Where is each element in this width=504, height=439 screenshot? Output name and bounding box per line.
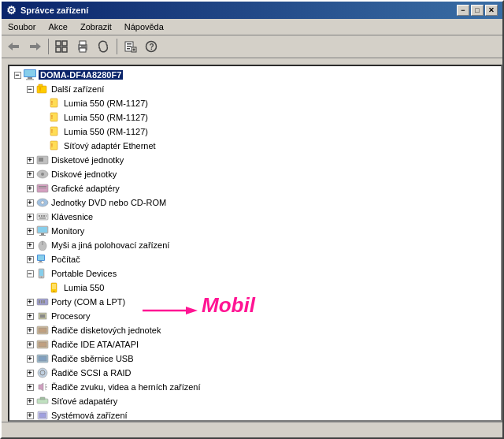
svg-rect-8 [80, 48, 86, 52]
refresh-button[interactable] [94, 38, 113, 55]
dalsi-expander[interactable]: − [24, 83, 36, 95]
diskove-jednotky-row[interactable]: + Diskové jednotky [24, 167, 499, 181]
dvd-icon [36, 196, 49, 209]
svg-rect-5 [62, 47, 67, 52]
svg-rect-62 [39, 270, 43, 276]
dalsi-zarizeni-row[interactable]: − ! Další zařízení [24, 82, 499, 96]
title-bar-left: ⚙ Správce zařízení [6, 4, 88, 17]
dalsi-icon: ! [36, 83, 49, 95]
radice-usb-row[interactable]: + Řadiče sběrnice USB [24, 352, 499, 366]
procesory-row[interactable]: + Procesory [24, 309, 499, 323]
minimize-button[interactable]: − [457, 5, 469, 16]
svg-rect-50 [39, 218, 46, 219]
pocitac-row[interactable]: + Počítač [24, 252, 499, 266]
further-devices-group: − ! Další zařízení [24, 82, 499, 153]
lumia3-row[interactable]: ! Lumia 550 (RM-1127) [36, 125, 499, 139]
svg-rect-46 [39, 215, 40, 217]
svg-rect-59 [39, 261, 42, 262]
menu-zobrazit[interactable]: Zobrazit [74, 20, 118, 33]
sitove-adaptery-label: Síťové adapatéry [51, 396, 117, 406]
diskove-jednotky-expander[interactable]: + [24, 168, 36, 180]
portable-devices-expander[interactable]: − [24, 267, 36, 280]
porty-row[interactable]: + Porty (COM a LPT) [24, 295, 499, 309]
dvd-expander[interactable]: + [24, 196, 36, 209]
lumia2-row[interactable]: ! Lumia 550 (RM-1127) [36, 110, 499, 125]
klavesnice-expander[interactable]: + [24, 210, 36, 223]
svg-rect-70 [43, 300, 45, 303]
klavesnice-row[interactable]: + Klávesnice [24, 210, 499, 224]
monitory-row[interactable]: + Monitory [24, 224, 499, 238]
pocitac-expander[interactable]: + [24, 253, 36, 266]
radice-scsi-row[interactable]: + Řadiče SCSI a RAID [24, 366, 499, 380]
mys-label: Myši a jiná polohovací zařízení [51, 240, 169, 250]
svg-rect-42 [39, 188, 46, 188]
menu-soubor[interactable]: Soubor [2, 20, 42, 33]
disketove-adaptory-row[interactable]: + Grafické adaptéry [24, 181, 499, 195]
mys-row[interactable]: + Myši a jiná polohovací zařízení [24, 238, 499, 252]
sitovy-row[interactable]: ! Síťový adaptér Ethernet [36, 139, 499, 153]
radice-disket-row[interactable]: + Řadiče disketových jednotek [24, 323, 499, 337]
radice-zvuk-row[interactable]: + Řadiče zvuku, videa a herních zařízení [24, 380, 499, 394]
porty-icon [36, 296, 49, 308]
monitory-expander[interactable]: + [24, 225, 36, 237]
systemova-expander[interactable]: + [24, 409, 36, 422]
procesory-expander[interactable]: + [24, 310, 36, 322]
svg-rect-7 [80, 41, 86, 45]
root-expander[interactable]: − [11, 69, 24, 81]
diskove-jednotky-icon [36, 168, 49, 180]
mys-expander[interactable]: + [24, 239, 36, 251]
menu-akce[interactable]: Akce [42, 20, 73, 33]
systemova-row[interactable]: + Systémová zařízení [24, 408, 499, 422]
root-row[interactable]: − DOMA-DF4A8280F7 [11, 68, 499, 82]
radice-zvuk-label: Řadiče zvuku, videa a herních zařízení [51, 382, 201, 392]
svg-rect-72 [40, 314, 45, 318]
print-button[interactable] [73, 38, 92, 55]
window-title: Správce zařízení [20, 6, 88, 15]
properties-button[interactable] [121, 38, 140, 55]
radice-usb-expander[interactable]: + [24, 352, 36, 365]
radice-zvuk-expander[interactable]: + [24, 381, 36, 393]
mys-icon [36, 239, 49, 251]
svg-marker-1 [30, 43, 41, 50]
radice-ide-expander[interactable]: + [24, 338, 36, 351]
toolbar: ? [2, 35, 502, 58]
tree-pane-wrapper: − DOMA-DF4A8280F7 [5, 61, 499, 419]
sitove-adaptery-row[interactable]: + Síťové adapatéry [24, 394, 499, 408]
device-tree[interactable]: − DOMA-DF4A8280F7 [8, 65, 502, 422]
radice-usb-label: Řadiče sběrnice USB [51, 354, 134, 363]
svg-rect-15 [127, 48, 130, 50]
klavesnice-icon [36, 210, 49, 223]
procesory-icon [36, 310, 49, 322]
svg-rect-23 [28, 77, 32, 79]
portable-devices-row[interactable]: − Portable Devices [24, 266, 499, 281]
monitory-label: Monitory [51, 226, 84, 236]
sitove-adaptery-expander[interactable]: + [24, 395, 36, 407]
svg-rect-37 [39, 158, 43, 162]
portable-devices-icon [36, 267, 49, 280]
svg-line-82 [45, 384, 46, 385]
radice-ide-row[interactable]: + Řadiče IDE ATA/ATAPI [24, 337, 499, 352]
help-button[interactable]: ? [142, 38, 161, 55]
monitory-icon [36, 225, 49, 237]
svg-point-79 [38, 368, 47, 378]
menu-napoveda[interactable]: Nápověda [118, 20, 170, 33]
lumia550-row[interactable]: Lumia 550 [36, 281, 499, 295]
radice-disket-expander[interactable]: + [24, 324, 36, 337]
disketove-jednotky-row[interactable]: + Disketové jednotky [24, 153, 499, 167]
svg-rect-9 [80, 46, 81, 47]
restore-button[interactable]: □ [471, 5, 484, 16]
back-button[interactable] [5, 38, 24, 55]
disketove-adaptory-expander[interactable]: + [24, 182, 36, 195]
view-button[interactable] [53, 38, 72, 55]
radice-scsi-expander[interactable]: + [24, 366, 36, 379]
forward-button[interactable] [25, 38, 44, 55]
close-button[interactable]: ✕ [485, 5, 498, 16]
lumia3-label: Lumia 550 (RM-1127) [64, 127, 148, 136]
svg-text:!: ! [51, 128, 53, 134]
porty-expander[interactable]: + [24, 296, 36, 308]
disketove-jednotky-expander[interactable]: + [24, 154, 36, 166]
lumia1-row[interactable]: ! Lumia 550 (RM-1127) [36, 96, 499, 110]
dvd-row[interactable]: + Jednotky DVD nebo CD-ROM [24, 195, 499, 210]
toolbar-separator-2 [117, 39, 117, 54]
svg-rect-58 [38, 255, 44, 260]
